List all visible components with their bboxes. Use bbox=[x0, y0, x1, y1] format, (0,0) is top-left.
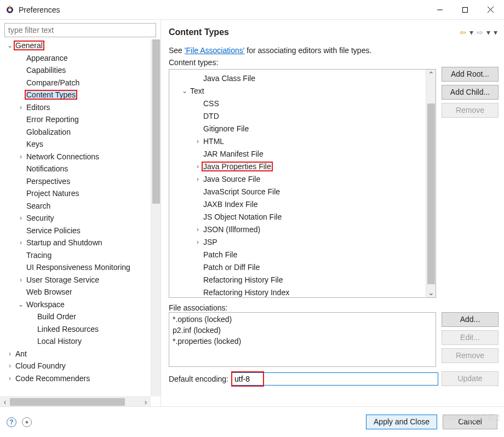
content-type-item[interactable]: JAXB Index File bbox=[169, 198, 426, 210]
expand-icon[interactable]: › bbox=[5, 363, 14, 369]
tree-item[interactable]: Search bbox=[2, 200, 151, 212]
expand-icon[interactable]: › bbox=[16, 277, 25, 283]
maximize-button[interactable] bbox=[453, 1, 478, 19]
tree-item[interactable]: Globalization bbox=[2, 126, 151, 139]
tree-item[interactable]: Project Natures bbox=[2, 187, 151, 200]
tree-item[interactable]: ›Ant bbox=[2, 348, 151, 360]
tree-item-label: UI Responsiveness Monitoring bbox=[25, 263, 131, 272]
content-type-item[interactable]: ›Java Source File bbox=[169, 173, 426, 185]
remove-content-type-button[interactable]: Remove bbox=[442, 103, 499, 118]
tree-item[interactable]: Compare/Patch bbox=[2, 77, 151, 89]
content-type-item[interactable]: ›JSON (Illformed) bbox=[169, 223, 426, 235]
tree-item-label: Network Connections bbox=[25, 152, 100, 161]
import-export-icon[interactable] bbox=[22, 417, 32, 427]
tree-item[interactable]: Notifications bbox=[2, 163, 151, 175]
tree-item[interactable]: ›Editors bbox=[2, 101, 151, 114]
content-type-item[interactable]: DTD bbox=[169, 110, 426, 122]
file-associations-link[interactable]: 'File Associations' bbox=[185, 46, 245, 55]
tree-item[interactable]: Linked Resources bbox=[2, 323, 151, 336]
expand-icon[interactable]: › bbox=[16, 215, 25, 221]
add-child-button[interactable]: Add Child... bbox=[442, 85, 499, 100]
tree-item[interactable]: Keys bbox=[2, 138, 151, 151]
content-type-label: Text bbox=[189, 87, 205, 95]
tree-item[interactable]: Perspectives bbox=[2, 175, 151, 188]
file-associations-label: File associations: bbox=[169, 303, 499, 312]
tree-item[interactable]: Web Browser bbox=[2, 286, 151, 298]
file-association-item[interactable]: *.properties (locked) bbox=[173, 336, 432, 347]
remove-association-button[interactable]: Remove bbox=[442, 348, 499, 363]
edit-association-button[interactable]: Edit... bbox=[442, 330, 499, 345]
tree-item[interactable]: ›Security bbox=[2, 212, 151, 225]
tree-item[interactable]: ⌄Workspace bbox=[2, 298, 151, 311]
add-root-button[interactable]: Add Root... bbox=[442, 67, 499, 82]
expand-icon[interactable]: › bbox=[16, 153, 25, 160]
tree-item[interactable]: Content Types bbox=[2, 89, 151, 101]
svg-rect-2 bbox=[9, 5, 10, 9]
forward-menu-icon[interactable]: ▾ bbox=[485, 28, 491, 37]
expand-icon[interactable]: › bbox=[193, 226, 202, 233]
expand-icon[interactable]: › bbox=[16, 239, 25, 246]
expand-icon[interactable]: › bbox=[193, 138, 202, 145]
file-association-item[interactable]: *.options (locked) bbox=[173, 314, 432, 325]
content-type-item[interactable]: ›Java Properties File bbox=[169, 160, 426, 173]
content-type-label: DTD bbox=[202, 112, 220, 120]
tree-item[interactable]: Local History bbox=[2, 335, 151, 348]
expand-icon[interactable]: › bbox=[193, 163, 202, 170]
tree-item[interactable]: ›User Storage Service bbox=[2, 274, 151, 286]
back-menu-icon[interactable]: ▾ bbox=[468, 28, 474, 37]
content-type-item[interactable]: ›JSP bbox=[169, 235, 426, 248]
preference-tree[interactable]: ⌄GeneralAppearanceCapabilitiesCompare/Pa… bbox=[0, 39, 151, 384]
tree-item[interactable]: ›Cloud Foundry bbox=[2, 360, 151, 372]
content-types-tree[interactable]: Java Class File⌄TextCSSDTDGitignore File… bbox=[169, 69, 436, 298]
tree-item[interactable]: ›Startup and Shutdown bbox=[2, 237, 151, 249]
forward-icon[interactable]: ⇨ bbox=[476, 28, 484, 37]
tree-item[interactable]: Error Reporting bbox=[2, 113, 151, 126]
content-type-item[interactable]: JS Object Notation File bbox=[169, 210, 426, 223]
content-type-item[interactable]: Patch File bbox=[169, 248, 426, 261]
tree-item[interactable]: Service Policies bbox=[2, 225, 151, 237]
content-type-item[interactable]: Refactoring History Index bbox=[169, 286, 426, 297]
expand-icon[interactable]: › bbox=[5, 375, 14, 382]
apply-and-close-button[interactable]: Apply and Close bbox=[366, 415, 437, 429]
content-type-item[interactable]: Gitignore File bbox=[169, 122, 426, 135]
help-icon[interactable]: ? bbox=[7, 417, 16, 427]
content-type-item[interactable]: ›HTML bbox=[169, 135, 426, 147]
expand-icon[interactable]: ⌄ bbox=[5, 42, 14, 49]
content-types-page: Content Types ⇦▾ ⇨▾ ▾ See 'File Associat… bbox=[161, 20, 504, 406]
tree-scrollbar-horizontal[interactable]: ‹ › bbox=[0, 396, 151, 406]
page-menu-icon[interactable]: ▾ bbox=[492, 28, 499, 37]
content-type-item[interactable]: Refactoring History File bbox=[169, 273, 426, 286]
tree-item[interactable]: ›Code Recommenders bbox=[2, 372, 151, 385]
back-icon[interactable]: ⇦ bbox=[459, 28, 467, 37]
close-button[interactable] bbox=[478, 1, 503, 19]
tree-item-label: Build Order bbox=[36, 312, 77, 321]
expand-icon[interactable]: ⌄ bbox=[180, 88, 189, 94]
content-type-item[interactable]: ⌄Text bbox=[169, 84, 426, 97]
update-encoding-button[interactable]: Update bbox=[442, 371, 499, 386]
tree-item[interactable]: ›Network Connections bbox=[2, 151, 151, 163]
tree-item[interactable]: Capabilities bbox=[2, 64, 151, 77]
expand-icon[interactable]: › bbox=[193, 176, 202, 182]
tree-item[interactable]: Appearance bbox=[2, 52, 151, 65]
content-type-item[interactable]: JAR Manifest File bbox=[169, 147, 426, 160]
tree-item[interactable]: ⌄General bbox=[2, 39, 151, 52]
minimize-button[interactable] bbox=[427, 1, 453, 19]
tree-item[interactable]: Tracing bbox=[2, 249, 151, 262]
content-type-item[interactable]: JavaScript Source File bbox=[169, 185, 426, 198]
expand-icon[interactable]: ⌄ bbox=[16, 301, 25, 308]
content-type-item[interactable]: Java Class File bbox=[169, 72, 426, 84]
tree-item[interactable]: UI Responsiveness Monitoring bbox=[2, 261, 151, 274]
tree-scrollbar-vertical[interactable] bbox=[151, 39, 161, 396]
content-type-item[interactable]: CSS bbox=[169, 97, 426, 110]
expand-icon[interactable]: › bbox=[16, 104, 25, 111]
file-associations-list[interactable]: *.options (locked)p2.inf (locked)*.prope… bbox=[169, 312, 436, 367]
file-association-item[interactable]: p2.inf (locked) bbox=[173, 325, 432, 336]
tree-item[interactable]: Build Order bbox=[2, 311, 151, 323]
expand-icon[interactable]: › bbox=[5, 350, 14, 357]
content-type-item[interactable]: Patch or Diff File bbox=[169, 261, 426, 273]
content-types-scrollbar[interactable]: ⌃ ⌄ bbox=[426, 70, 436, 297]
filter-input[interactable] bbox=[4, 23, 156, 37]
add-association-button[interactable]: Add... bbox=[442, 312, 499, 327]
expand-icon[interactable]: › bbox=[193, 239, 202, 245]
default-encoding-input[interactable] bbox=[232, 372, 438, 386]
